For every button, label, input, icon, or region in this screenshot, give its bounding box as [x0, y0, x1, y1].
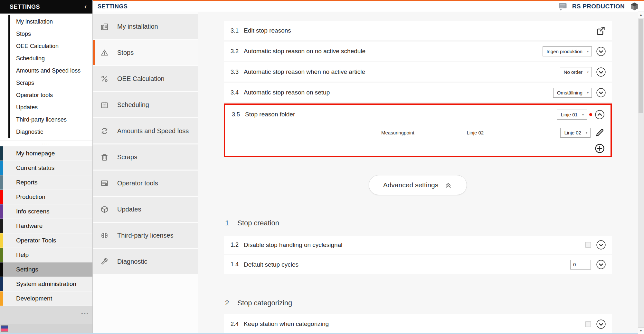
warning-triangle-icon — [100, 48, 109, 57]
setting-row-3-1: 3.1 Edit stop reasons — [224, 21, 612, 40]
stop-reason-dropdown[interactable]: Omställning ▾ — [553, 88, 592, 98]
setting-number: 3.3 — [224, 69, 244, 75]
vertical-scrollbar[interactable]: ▲ ▼ — [638, 12, 644, 334]
nav-item-development[interactable]: Development — [0, 291, 92, 306]
collapse-row-button[interactable] — [595, 110, 605, 120]
section-number: 1 — [225, 219, 229, 227]
module-item-diagnostic[interactable]: Diagnostic — [93, 249, 198, 274]
setting-label: Disable stop handling on cyclesignal — [244, 241, 585, 249]
scroll-down-button[interactable]: ▼ — [638, 328, 644, 334]
chevron-down-icon: ▾ — [582, 113, 584, 116]
nav-item-production[interactable]: Production — [0, 190, 92, 204]
module-item-my-installation[interactable]: My installation — [93, 14, 198, 39]
chevron-double-up-icon — [444, 181, 452, 189]
nav-color-stripe — [0, 233, 3, 248]
sidebar-resize-handle[interactable]: ···· — [0, 141, 92, 146]
module-item-operator-tools[interactable]: Operator tools — [93, 171, 198, 196]
expand-row-button[interactable] — [596, 240, 606, 250]
nav-item-info-screens[interactable]: Info screens — [0, 204, 92, 219]
dropdown-value: Ingen produktion — [546, 49, 582, 54]
module-item-scraps[interactable]: Scraps — [93, 144, 198, 170]
sidebar-bottom-strip — [0, 324, 92, 333]
sidebar-item-third-party-licenses[interactable]: Third-party licenses — [0, 113, 92, 126]
nav-overflow-button[interactable]: ••• — [81, 310, 89, 316]
unsaved-change-dot — [589, 113, 592, 116]
chevron-down-icon: ▾ — [586, 131, 587, 134]
stop-reason-dropdown[interactable]: No order ▾ — [560, 67, 592, 77]
module-item-oee-calculation[interactable]: OEE Calculation — [93, 66, 198, 91]
sidebar-item-amounts-speed-loss[interactable]: Amounts and Speed loss — [0, 64, 92, 77]
settings-sidebar-title: SETTINGS — [10, 4, 40, 10]
dropdown-value: Omställning — [557, 90, 582, 95]
advanced-settings-button[interactable]: Advanced settings — [369, 175, 467, 195]
setting-label: Keep station when categorizing — [244, 320, 585, 328]
sidebar-item-scraps[interactable]: Scraps — [0, 77, 92, 89]
chat-icon[interactable] — [558, 3, 567, 11]
measuringpoint-column-header: Measuringpoint — [381, 130, 414, 135]
setting-number: 3.2 — [224, 48, 244, 55]
measuringpoint-name: Linje 02 — [467, 130, 484, 135]
sidebar-item-oee-calculation[interactable]: OEE Calculation — [0, 40, 92, 52]
chevron-down-icon: ▾ — [587, 70, 589, 74]
setting-row-1-4: 1.4 Default setup cycles — [224, 255, 612, 274]
setting-label: Default setup cycles — [244, 261, 570, 268]
nav-color-stripe — [0, 219, 3, 233]
module-item-scheduling[interactable]: Scheduling — [93, 92, 198, 117]
keep-station-checkbox[interactable] — [585, 321, 591, 327]
sidebar-item-diagnostic[interactable]: Diagnostic — [0, 126, 92, 138]
default-setup-cycles-input[interactable] — [570, 260, 591, 270]
wrench-icon — [100, 257, 109, 266]
expand-row-button[interactable] — [596, 46, 606, 56]
section-title: Stop creation — [237, 219, 279, 227]
open-external-button[interactable] — [595, 25, 606, 36]
stop-reason-dropdown[interactable]: Ingen produktion ▾ — [543, 46, 592, 56]
top-bar: SETTINGS RS PRODUCTION — [93, 0, 644, 12]
collapse-sidebar-icon[interactable]: ‹ — [84, 3, 87, 10]
nav-item-current-status[interactable]: Current status — [0, 161, 92, 175]
setting-row-1-2: 1.2 Disable stop handling on cyclesignal — [224, 236, 612, 254]
settings-sidebar-list: My installation Stops OEE Calculation Sc… — [0, 14, 92, 138]
scrollbar-thumb[interactable] — [639, 19, 643, 113]
nav-color-stripe — [0, 262, 3, 277]
rs-production-logo-icon — [630, 2, 639, 11]
dropdown-value: No order — [564, 69, 582, 75]
page-title: SETTINGS — [98, 3, 128, 10]
nav-item-settings[interactable]: Settings — [0, 262, 92, 277]
nav-item-help[interactable]: Help — [0, 248, 92, 262]
module-item-updates[interactable]: Updates — [93, 197, 198, 222]
edit-button[interactable] — [595, 128, 605, 138]
nav-item-my-homepage[interactable]: My homepage — [0, 146, 92, 161]
expand-row-button[interactable] — [596, 319, 606, 329]
stop-reason-folder-dropdown[interactable]: Linje 01 ▾ — [557, 110, 587, 120]
sidebar-item-stops[interactable]: Stops — [0, 28, 92, 40]
language-flag-icon[interactable] — [1, 325, 8, 332]
refresh-icon — [100, 126, 109, 135]
sidebar-item-my-installation[interactable]: My installation — [0, 15, 92, 28]
setting-number: 2.4 — [224, 321, 244, 328]
scroll-up-button[interactable]: ▲ — [638, 12, 644, 18]
package-icon — [100, 205, 109, 214]
sidebar-item-updates[interactable]: Updates — [0, 101, 92, 113]
nav-item-reports[interactable]: Reports — [0, 175, 92, 190]
add-measuringpoint-button[interactable] — [595, 143, 605, 153]
nav-item-hardware[interactable]: Hardware — [0, 219, 92, 233]
sidebar-item-operator-tools[interactable]: Operator tools — [0, 89, 92, 101]
nav-item-operator-tools[interactable]: Operator Tools — [0, 233, 92, 248]
setting-number: 1.4 — [224, 261, 244, 268]
settings-sidebar-header: SETTINGS ‹ — [0, 0, 92, 14]
disable-stop-handling-checkbox[interactable] — [585, 242, 591, 248]
expand-row-button[interactable] — [596, 67, 606, 77]
setting-number: 3.4 — [224, 89, 244, 96]
nav-item-system-administration[interactable]: System administration — [0, 277, 92, 291]
sidebar-item-scheduling[interactable]: Scheduling — [0, 52, 92, 64]
nav-color-stripe — [0, 277, 3, 291]
module-item-amounts-speed-loss[interactable]: Amounts and Speed loss — [93, 118, 198, 143]
expand-row-button[interactable] — [596, 260, 606, 270]
main-navigation: My homepage Current status Reports Produ… — [0, 146, 92, 306]
measuringpoint-folder-dropdown[interactable]: Linje 02 ▾ — [560, 128, 591, 138]
module-item-third-party-licenses[interactable]: Third-party licenses — [93, 223, 198, 248]
module-item-stops[interactable]: Stops — [93, 40, 198, 65]
section-stop-categorizing: 2 Stop categorizing — [224, 299, 612, 307]
setting-number: 1.2 — [224, 241, 244, 248]
expand-row-button[interactable] — [596, 88, 606, 98]
